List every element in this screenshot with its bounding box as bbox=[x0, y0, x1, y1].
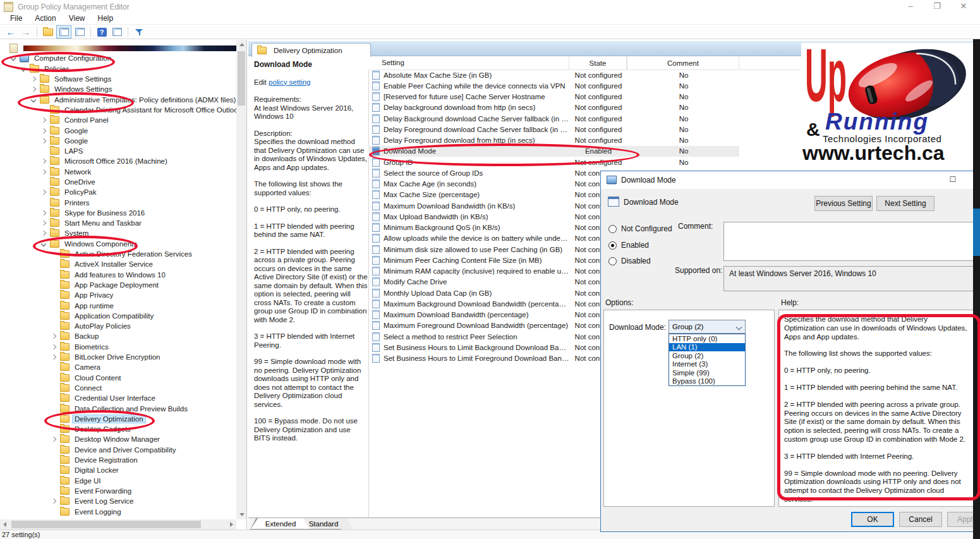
tree-item-control-panel[interactable]: Control Panel bbox=[0, 115, 236, 125]
tree-item-backup[interactable]: Backup bbox=[0, 331, 236, 341]
chevron-collapsed-icon[interactable] bbox=[51, 344, 56, 349]
chevron-collapsed-icon[interactable] bbox=[51, 437, 56, 442]
tree-item-printers[interactable]: Printers bbox=[0, 197, 236, 207]
tree-item-console-root[interactable] bbox=[0, 43, 236, 53]
scroll-right-icon[interactable] bbox=[230, 522, 233, 527]
chevron-collapsed-icon[interactable] bbox=[41, 128, 46, 133]
setting-row-download-mode[interactable]: Download ModeEnabledNo bbox=[368, 146, 739, 157]
previous-setting-button[interactable]: Previous Setting bbox=[814, 196, 873, 211]
toolbar-up-one-level-icon[interactable] bbox=[41, 26, 55, 38]
setting-row-delay-foreground-download-cache-server-fal[interactable]: Delay Foreground download Cache Server f… bbox=[368, 124, 739, 135]
tree-item-event-log-service[interactable]: Event Log Service bbox=[0, 496, 236, 506]
setting-row-delay-background-download-from-http-in-sec[interactable]: Delay background download from http (in … bbox=[368, 102, 739, 113]
tree-vscroll-thumb[interactable] bbox=[238, 51, 245, 106]
toolbar-filter-icon[interactable] bbox=[132, 26, 146, 38]
radio-disabled[interactable]: Disabled bbox=[608, 257, 651, 265]
menu-help[interactable]: Help bbox=[92, 14, 120, 23]
tree-item-app-runtime[interactable]: App runtime bbox=[0, 300, 236, 310]
tree-item-device-and-driver-compatibility[interactable]: Device and Driver Compatibility bbox=[0, 445, 236, 455]
tree-item-google[interactable]: Google bbox=[0, 125, 236, 135]
ok-button[interactable]: OK bbox=[851, 512, 894, 527]
tree-item-camera[interactable]: Camera bbox=[0, 362, 236, 372]
toolbar-forward-icon[interactable]: → bbox=[19, 26, 33, 38]
dropdown-item-simple-99[interactable]: Simple (99) bbox=[669, 368, 745, 377]
tree-item-bitlocker-drive-encryption[interactable]: BitLocker Drive Encryption bbox=[0, 352, 236, 362]
cancel-button[interactable]: Cancel bbox=[899, 512, 942, 527]
dialog-maximize-icon[interactable]: ☐ bbox=[942, 171, 964, 189]
chevron-collapsed-icon[interactable] bbox=[31, 76, 36, 82]
next-setting-button[interactable]: Next Setting bbox=[876, 196, 935, 211]
tree-item-software-settings[interactable]: Software Settings bbox=[0, 74, 236, 84]
tree-item-policypak[interactable]: PolicyPak bbox=[0, 187, 236, 197]
tree-item-microsoft-office-2016-machine[interactable]: Microsoft Office 2016 (Machine) bbox=[0, 156, 236, 166]
tree-item-windows-settings[interactable]: Windows Settings bbox=[0, 84, 236, 94]
setting-row-delay-foreground-download-from-http-in-sec[interactable]: Delay Foreground download from http (in … bbox=[368, 135, 739, 146]
tree-item-system[interactable]: System bbox=[0, 228, 236, 238]
tree-item-administrative-templates-policy-definition[interactable]: Administrative Templates: Policy definit… bbox=[0, 94, 236, 104]
minimize-button-icon[interactable]: – bbox=[900, 0, 921, 13]
close-button-icon[interactable]: ✕ bbox=[953, 0, 974, 13]
apply-button[interactable]: Apply bbox=[947, 512, 976, 527]
tree-item-network[interactable]: Network bbox=[0, 167, 236, 177]
dropdown-item-internet-3[interactable]: Internet (3) bbox=[669, 360, 745, 369]
chevron-expanded-icon[interactable] bbox=[11, 56, 16, 61]
setting-row-enable-peer-caching-while-the-device-conne[interactable]: Enable Peer Caching while the device con… bbox=[368, 80, 739, 91]
menu-file[interactable]: File bbox=[4, 14, 28, 23]
tree-item-data-collection-and-preview-builds[interactable]: Data Collection and Preview Builds bbox=[0, 403, 236, 413]
tree-item-delivery-optimization[interactable]: Delivery Optimization bbox=[0, 414, 236, 424]
chevron-expanded-icon[interactable] bbox=[21, 66, 26, 71]
tree-item-app-package-deployment[interactable]: App Package Deployment bbox=[0, 280, 236, 290]
tree-item-skype-for-business-2016[interactable]: Skype for Business 2016 bbox=[0, 208, 236, 218]
comment-textarea[interactable] bbox=[723, 222, 974, 261]
tree-item-cloud-content[interactable]: Cloud Content bbox=[0, 373, 236, 383]
tree-vertical-scrollbar[interactable] bbox=[236, 40, 246, 519]
tree-item-windows-components[interactable]: Windows Components bbox=[0, 239, 236, 249]
dropdown-item-lan-1[interactable]: LAN (1) bbox=[669, 343, 745, 352]
tree-item-google[interactable]: Google bbox=[0, 136, 236, 146]
column-setting[interactable]: Setting bbox=[382, 59, 404, 66]
radio-not-configured[interactable]: Not Configured bbox=[608, 224, 672, 233]
radio-enabled[interactable]: Enabled bbox=[608, 241, 649, 250]
chevron-collapsed-icon[interactable] bbox=[31, 87, 36, 92]
dropdown-item-http-only-0[interactable]: HTTP only (0) bbox=[669, 334, 745, 343]
toolbar-help-icon[interactable]: ? bbox=[95, 26, 109, 38]
tree-item-autoplay-policies[interactable]: AutoPlay Policies bbox=[0, 321, 236, 331]
column-comment[interactable]: Comment bbox=[627, 57, 739, 70]
tree-item-laps[interactable]: LAPS bbox=[0, 146, 236, 156]
chevron-collapsed-icon[interactable] bbox=[41, 138, 46, 143]
scroll-left-icon[interactable] bbox=[3, 522, 6, 527]
tree-item-edge-ui[interactable]: Edge UI bbox=[0, 475, 236, 485]
tree-item-computer-configuration[interactable]: Computer Configuration bbox=[0, 53, 236, 63]
tree-item-onedrive[interactable]: OneDrive bbox=[0, 177, 236, 187]
menu-action[interactable]: Action bbox=[28, 14, 62, 23]
chevron-collapsed-icon[interactable] bbox=[41, 231, 46, 236]
tree-item-connect[interactable]: Connect bbox=[0, 383, 236, 393]
restore-button-icon[interactable]: ❐ bbox=[926, 0, 948, 13]
tree-item-biometrics[interactable]: Biometrics bbox=[0, 342, 236, 352]
tree-item-start-menu-and-taskbar[interactable]: Start Menu and Taskbar bbox=[0, 218, 236, 228]
tree-item-device-registration[interactable]: Device Registration bbox=[0, 455, 236, 465]
setting-row-group-id[interactable]: Group IDNot configuredNo bbox=[368, 157, 739, 167]
menu-view[interactable]: View bbox=[63, 14, 92, 23]
tree-item-desktop-window-manager[interactable]: Desktop Window Manager bbox=[0, 434, 236, 444]
tree-item-digital-locker[interactable]: Digital Locker bbox=[0, 465, 236, 475]
tree-item-event-forwarding[interactable]: Event Forwarding bbox=[0, 486, 236, 496]
tree-item-calendar-printing-assistant-for-microsoft-[interactable]: Calendar Printing Assistant for Microsof… bbox=[0, 105, 236, 115]
tree-hscroll-thumb[interactable] bbox=[11, 521, 201, 528]
tree-item-active-directory-federation-services[interactable]: Active Directory Federation Services bbox=[0, 249, 236, 259]
tree-horizontal-scrollbar[interactable] bbox=[0, 519, 236, 530]
toolbar-show-console-tree-icon[interactable] bbox=[56, 25, 71, 39]
tree-item-add-features-to-windows-10[interactable]: Add features to Windows 10 bbox=[0, 270, 236, 280]
tree-item-activex-installer-service[interactable]: ActiveX Installer Service bbox=[0, 259, 236, 269]
chevron-expanded-icon[interactable] bbox=[31, 97, 36, 102]
chevron-collapsed-icon[interactable] bbox=[51, 354, 56, 360]
scroll-down-icon[interactable] bbox=[239, 513, 245, 516]
chevron-expanded-icon[interactable] bbox=[41, 241, 46, 246]
chevron-collapsed-icon[interactable] bbox=[41, 118, 46, 123]
chevron-collapsed-icon[interactable] bbox=[51, 334, 56, 339]
tab-extended[interactable]: Extended bbox=[251, 518, 310, 529]
tree-item-policies[interactable]: Policies bbox=[0, 64, 236, 74]
scroll-up-icon[interactable] bbox=[239, 43, 245, 46]
download-mode-combobox[interactable]: Group (2) bbox=[668, 320, 746, 334]
toolbar-properties-icon[interactable] bbox=[110, 26, 124, 38]
